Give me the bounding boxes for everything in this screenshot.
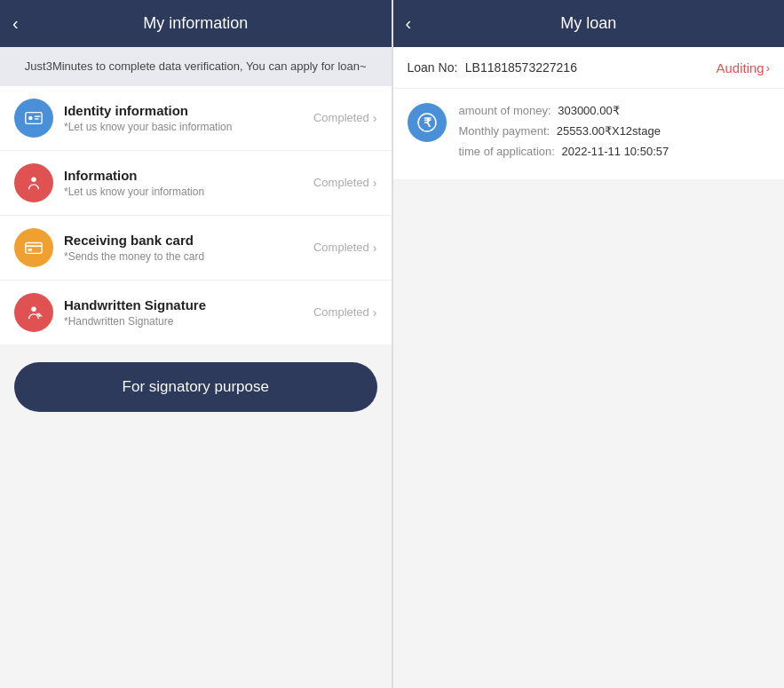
loan-status[interactable]: Auditing › xyxy=(716,60,770,75)
signatory-button[interactable]: For signatory purpose xyxy=(14,362,377,412)
bank-card-title: Receiving bank card xyxy=(64,233,313,248)
signatory-section: For signatory purpose xyxy=(0,344,392,430)
identity-subtitle: *Let us know your basic information xyxy=(64,121,313,133)
right-back-button[interactable]: ‹ xyxy=(406,13,412,34)
svg-text:₹: ₹ xyxy=(423,115,431,130)
signature-item[interactable]: Handwritten Signature *Handwritten Signa… xyxy=(0,281,392,344)
right-panel: ‹ My loan Loan No: LB11818573227216 Audi… xyxy=(393,0,785,688)
left-panel-title: My information xyxy=(143,14,248,33)
signature-title: Handwritten Signature xyxy=(64,297,313,312)
loan-details: amount of money: 303000.00₹ Monthly paym… xyxy=(459,103,771,165)
right-panel-title: My loan xyxy=(560,14,616,33)
loan-number-row: Loan No: LB11818573227216 Auditing › xyxy=(393,47,785,89)
bank-card-text: Receiving bank card *Sends the money to … xyxy=(64,233,313,263)
loan-time-row: time of application: 2022-11-11 10:50:57 xyxy=(459,144,771,160)
svg-point-1 xyxy=(28,115,33,120)
signature-chevron: › xyxy=(373,305,377,320)
information-chevron: › xyxy=(373,176,377,190)
loan-status-text: Auditing xyxy=(716,60,764,75)
bank-card-chevron: › xyxy=(373,241,377,255)
information-title: Information xyxy=(64,168,313,183)
identity-information-item[interactable]: Identity information *Let us know your b… xyxy=(0,86,392,151)
signature-icon xyxy=(14,293,53,332)
loan-monthly-row: Monthly payment: 25553.00₹X12stage xyxy=(459,123,771,139)
bank-card-subtitle: *Sends the money to the card xyxy=(64,250,313,263)
svg-point-8 xyxy=(31,306,36,312)
right-header: ‹ My loan xyxy=(393,0,785,47)
signature-subtitle: *Handwritten Signature xyxy=(64,315,313,328)
information-item[interactable]: Information *Let us know your informatio… xyxy=(0,151,392,216)
identity-title: Identity information xyxy=(64,103,313,118)
bank-card-icon xyxy=(14,228,53,267)
identity-status: Completed › xyxy=(313,111,377,125)
left-panel: ‹ My information Just3Minutes to complet… xyxy=(0,0,392,688)
bank-card-status: Completed › xyxy=(313,241,377,255)
loan-number-label: Loan No: LB11818573227216 xyxy=(408,59,577,75)
bank-card-item[interactable]: Receiving bank card *Sends the money to … xyxy=(0,216,392,281)
right-bottom-space xyxy=(393,179,785,688)
identity-icon xyxy=(14,99,53,138)
svg-rect-0 xyxy=(26,112,42,123)
svg-rect-7 xyxy=(28,248,33,250)
information-text: Information *Let us know your informatio… xyxy=(64,168,313,198)
loan-status-chevron: › xyxy=(766,61,770,75)
loan-amount-row: amount of money: 303000.00₹ xyxy=(459,103,771,119)
left-back-button[interactable]: ‹ xyxy=(12,13,19,34)
items-list: Identity information *Let us know your b… xyxy=(0,86,392,344)
identity-chevron: › xyxy=(373,111,377,125)
svg-point-4 xyxy=(31,177,36,182)
left-bottom-space xyxy=(0,430,392,689)
information-status: Completed › xyxy=(313,176,377,190)
svg-rect-5 xyxy=(26,242,42,253)
identity-text: Identity information *Let us know your b… xyxy=(64,103,313,133)
information-subtitle: *Let us know your information xyxy=(64,186,313,198)
info-banner: Just3Minutes to complete data verificati… xyxy=(0,47,392,86)
signature-text: Handwritten Signature *Handwritten Signa… xyxy=(64,297,313,328)
signature-status: Completed › xyxy=(313,305,377,320)
left-header: ‹ My information xyxy=(0,0,392,47)
loan-card: ₹ amount of money: 303000.00₹ Monthly pa… xyxy=(393,89,785,179)
information-icon xyxy=(14,163,53,202)
loan-card-icon: ₹ xyxy=(408,103,447,142)
